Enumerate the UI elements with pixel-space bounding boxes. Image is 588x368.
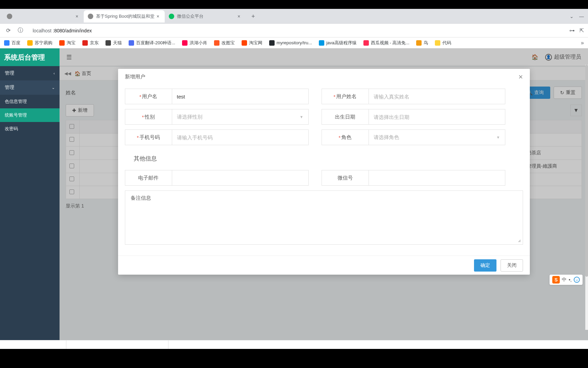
password-key-icon[interactable]: ⊶: [569, 27, 575, 34]
role-placeholder: 请选择角色: [374, 134, 399, 141]
wechat-input[interactable]: [369, 170, 505, 185]
sidebar-sub-label: 色信息管理: [5, 98, 27, 105]
window-minimize-icon[interactable]: —: [579, 14, 584, 19]
bookmark-label: myrepository/tru...: [277, 40, 312, 45]
bookmark-item[interactable]: 天猫: [105, 40, 122, 46]
bookmark-favicon: [129, 40, 134, 46]
bookmark-item[interactable]: myrepository/tru...: [269, 40, 312, 46]
bookmark-label: 鸟: [424, 40, 428, 46]
ok-button[interactable]: 确定: [474, 259, 496, 272]
scrollbar-thumb[interactable]: [585, 65, 588, 277]
field-username: *用户名: [125, 89, 309, 104]
bookmark-label: 京东: [90, 40, 99, 46]
birthday-input[interactable]: [369, 109, 505, 124]
bookmark-label: 洪湖小肖: [190, 40, 207, 46]
site-info-icon[interactable]: ⓘ: [16, 27, 24, 35]
tab-close-icon[interactable]: ×: [74, 14, 80, 19]
ime-punct-icon[interactable]: •,: [569, 277, 572, 282]
browser-tab-0[interactable]: ×: [3, 10, 84, 22]
role-select[interactable]: 请选择角色 ▼: [369, 130, 505, 145]
bookmark-item[interactable]: 代码: [435, 40, 451, 46]
browser-tab-2[interactable]: 微信公众平台 ×: [165, 10, 246, 22]
bookmark-favicon: [363, 40, 369, 46]
bookmark-item[interactable]: 京东: [82, 40, 99, 46]
add-user-modal: 新增用户 × *用户名 *用户姓名: [118, 69, 530, 275]
status-segment: [0, 340, 66, 349]
birthday-label: 出生日期: [322, 109, 369, 124]
bookmark-item[interactable]: 百度: [4, 40, 20, 46]
sidebar-sub-account[interactable]: 统账号管理: [0, 108, 60, 122]
sidebar-sub-label: 改密码: [5, 126, 18, 132]
bookmark-item[interactable]: 鸟: [416, 40, 428, 46]
modal-scrollbar[interactable]: [585, 65, 588, 330]
role-label: *角色: [322, 130, 369, 145]
bookmark-item[interactable]: 苏宁易购: [27, 40, 52, 46]
bookmark-item[interactable]: 百度翻译-200种语...: [129, 40, 175, 46]
sidebar-sub-label: 统账号管理: [5, 112, 27, 118]
close-button-label: 关闭: [507, 262, 517, 269]
tab-close-icon[interactable]: ×: [155, 14, 161, 19]
bookmark-item[interactable]: java高级程序猿: [319, 40, 357, 46]
bookmark-label: 淘宝: [67, 40, 76, 46]
tabs-dropdown-icon[interactable]: ⌄: [570, 14, 574, 19]
close-icon[interactable]: ×: [519, 73, 523, 81]
sidebar-item-manage-2[interactable]: 管理 ⌄: [0, 80, 60, 95]
reload-icon[interactable]: ⟳: [4, 27, 12, 35]
bookmark-item[interactable]: 淘宝网: [242, 40, 262, 46]
bookmark-favicon: [416, 40, 422, 46]
sidebar-item-label: 管理: [5, 70, 14, 76]
bookmark-label: 代码: [442, 40, 451, 46]
ime-mode-label[interactable]: 中: [562, 277, 567, 283]
bookmarks-overflow-icon[interactable]: »: [581, 40, 584, 46]
sidebar-item-label: 管理: [5, 85, 14, 91]
browser-tab-1[interactable]: 基于Spring Boot的城院益和堂 ×: [84, 10, 165, 22]
gender-placeholder: 请选择性别: [177, 114, 202, 120]
ime-logo-icon: S: [552, 276, 560, 283]
bookmark-favicon: [214, 40, 219, 46]
field-role: *角色 请选择角色 ▼: [322, 129, 505, 145]
sidebar-item-manage-1[interactable]: 管理 ‹: [0, 66, 60, 80]
bookmark-item[interactable]: 淘宝: [59, 40, 76, 46]
bookmark-favicon: [269, 40, 275, 46]
modal-overlay: 新增用户 × *用户名 *用户姓名: [60, 48, 588, 349]
modal-title: 新增用户: [125, 74, 145, 80]
address-bar: ⟳ ⓘ localhost:8080/admin/index ⊶ ⇱: [0, 24, 588, 37]
email-input[interactable]: [172, 170, 308, 185]
bookmark-item[interactable]: 改图宝: [214, 40, 235, 46]
sidebar-sub-password[interactable]: 改密码: [0, 122, 60, 136]
url-input[interactable]: localhost:8080/admin/index: [29, 26, 565, 35]
app-brand: 系统后台管理: [0, 48, 60, 66]
ime-toolbar[interactable]: S 中 •, ☺: [550, 275, 583, 285]
bookmark-item[interactable]: 洪湖小肖: [182, 40, 207, 46]
section-other-title: 其他信息: [125, 150, 523, 165]
field-birthday: 出生日期: [322, 109, 505, 125]
chevron-left-icon: ‹: [53, 71, 55, 75]
remark-textarea[interactable]: [125, 205, 523, 243]
chevron-down-icon: ▼: [496, 135, 500, 139]
new-tab-button[interactable]: +: [248, 12, 258, 21]
close-button[interactable]: 关闭: [501, 259, 523, 272]
phone-input[interactable]: [172, 130, 308, 145]
bookmarks-bar: 百度 苏宁易购 淘宝 京东 天猫 百度翻译-200种语... 洪湖小肖 改图宝 …: [0, 37, 588, 48]
status-bar: [0, 340, 588, 349]
bookmark-label: 改图宝: [222, 40, 235, 46]
ime-emoji-icon[interactable]: ☺: [574, 277, 580, 283]
share-icon[interactable]: ⇱: [579, 27, 584, 34]
realname-input[interactable]: [369, 89, 505, 104]
realname-label: *用户姓名: [322, 89, 369, 104]
username-input[interactable]: [172, 89, 308, 104]
sidebar: 系统后台管理 管理 ‹ 管理 ⌄ 色信息管理 统账号管理 改密码: [0, 48, 60, 349]
bookmark-favicon: [242, 40, 247, 46]
bookmark-item[interactable]: 西瓜视频 - 高清免...: [363, 40, 409, 46]
tab-close-icon[interactable]: ×: [236, 14, 242, 19]
bookmark-label: java高级程序猿: [326, 40, 357, 46]
bookmark-favicon: [4, 40, 10, 46]
field-phone: *手机号码: [125, 129, 309, 145]
gender-select[interactable]: 请选择性别 ▼: [172, 109, 308, 124]
tab-title: 微信公众平台: [177, 13, 236, 19]
bookmark-favicon: [27, 40, 33, 46]
modal-footer: 确定 关闭: [118, 256, 530, 275]
modal-header: 新增用户 ×: [118, 69, 530, 85]
sidebar-sub-roleinfo[interactable]: 色信息管理: [0, 95, 60, 108]
wechat-label: 微信号: [322, 170, 369, 185]
